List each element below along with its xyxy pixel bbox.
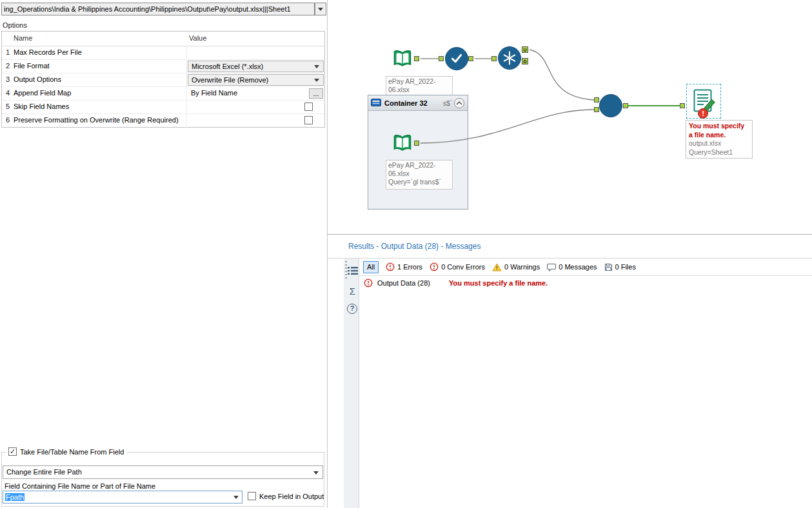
field-name-value: Fpath — [5, 493, 25, 501]
append-field-map-value: By Field Name — [191, 89, 237, 97]
summary-view-button[interactable]: Σ — [347, 286, 358, 297]
take-file-name-label: Take File/Table Name From Field — [20, 448, 124, 456]
output-path-dropdown-button[interactable] — [315, 3, 326, 15]
output-anchor[interactable] — [414, 141, 419, 146]
error-circle-icon — [364, 278, 373, 288]
connection-wire[interactable] — [530, 50, 594, 100]
connection-wire[interactable] — [421, 110, 594, 143]
take-file-name-legend: ✓ Take File/Table Name From Field — [6, 447, 126, 456]
file-format-value: Microsoft Excel (*.xlsx) — [192, 63, 263, 70]
annotation-line: Query=Sheet1 — [689, 148, 749, 157]
file-path-mode-dropdown[interactable]: Change Entire File Path — [3, 465, 323, 479]
row-value-cell — [186, 114, 324, 128]
speech-bubble-icon — [547, 263, 556, 271]
results-main: All 1 Errors 0 Conv Errors 0 Warnings — [359, 259, 812, 508]
tool-annotation-input2: ePay AR_2022- 06.xlsx Query=`gl trans$` — [386, 160, 453, 190]
alteryx-designer-window: ing_Operations\India & Philippines Accou… — [0, 0, 812, 508]
error-line: You must specify — [689, 122, 749, 131]
input-anchor[interactable] — [594, 107, 599, 112]
table-row: 2 File Format Microsoft Excel (*.xlsx) — [2, 60, 324, 73]
filter-conv-errors-button[interactable]: 0 Conv Errors — [430, 262, 485, 271]
chevron-down-icon — [314, 79, 319, 82]
help-button[interactable]: ? — [347, 304, 357, 314]
input-anchor[interactable] — [594, 97, 599, 103]
annotation-line: 06.xlsx — [388, 170, 450, 178]
row-number: 1 — [6, 48, 10, 56]
results-filter-toolbar: All 1 Errors 0 Conv Errors 0 Warnings — [359, 259, 812, 276]
unique-tool[interactable] — [498, 46, 521, 70]
error-line: a file name. — [689, 131, 749, 140]
field-name-dropdown[interactable]: Fpath — [3, 491, 243, 503]
output-path-combo[interactable]: ing_Operations\India & Philippines Accou… — [1, 3, 315, 15]
output-options-value: Overwrite File (Remove) — [192, 76, 268, 84]
table-row: 5 Skip Field Names — [2, 101, 324, 114]
snowflake-icon — [499, 46, 520, 70]
column-header-name: Name — [14, 34, 32, 42]
max-records-input[interactable] — [186, 46, 324, 59]
output-anchor[interactable] — [414, 56, 419, 61]
input-data-tool-1[interactable] — [391, 48, 413, 70]
row-value-cell: Microsoft Excel (*.xlsx) — [186, 60, 324, 73]
workflow-canvas[interactable]: ePay AR_2022- 06.xlsx Container 32 s$` — [328, 0, 812, 234]
results-title: Results - Output Data (28) - Messages — [348, 242, 480, 251]
file-format-dropdown[interactable]: Microsoft Excel (*.xlsx) — [188, 61, 324, 72]
filter-messages-button[interactable]: 0 Messages — [547, 263, 597, 271]
output-anchor[interactable] — [468, 56, 473, 61]
results-view-strip: Σ ? — [344, 259, 359, 508]
chevron-down-icon — [313, 471, 319, 474]
row-name: File Format — [14, 62, 50, 70]
union-tool[interactable] — [599, 94, 622, 117]
keep-field-row: Keep Field in Output — [248, 492, 324, 500]
table-row: 1 Max Records Per File — [2, 46, 324, 60]
row-value-cell — [186, 101, 324, 113]
keep-field-checkbox[interactable] — [248, 492, 256, 500]
table-row: 6 Preserve Formatting on Overwrite (Rang… — [2, 114, 324, 128]
output-anchor[interactable] — [623, 103, 628, 108]
row-name: Preserve Formatting on Overwrite (Range … — [14, 116, 179, 124]
unique-output-anchor-d[interactable]: D — [522, 58, 528, 64]
row-value-cell: By Field Name ... — [186, 87, 324, 100]
input-data-book-icon — [391, 48, 413, 70]
input-anchor[interactable] — [439, 56, 444, 61]
input-data-tool-2[interactable] — [391, 132, 413, 154]
unique-output-anchor-u[interactable]: U — [522, 46, 528, 53]
checkmark-icon — [446, 47, 468, 70]
input-anchor[interactable] — [491, 56, 497, 61]
chevron-down-icon — [314, 65, 319, 68]
skip-field-names-checkbox[interactable] — [304, 103, 313, 111]
output-options-dropdown[interactable]: Overwrite File (Remove) — [188, 74, 324, 86]
row-name: Output Options — [14, 75, 61, 83]
filter-files-button[interactable]: 0 Files — [604, 263, 636, 271]
select-tool[interactable] — [445, 47, 468, 70]
options-table: Name Value 1 Max Records Per File 2 File… — [1, 31, 325, 128]
list-view-icon — [348, 266, 358, 275]
warning-triangle-icon — [492, 263, 502, 271]
row-number: 5 — [6, 103, 10, 110]
filter-label: 0 Conv Errors — [441, 263, 485, 271]
message-source: Output Data (28) — [377, 279, 441, 287]
filter-warnings-button[interactable]: 0 Warnings — [492, 263, 540, 271]
append-field-map-ellipsis-button[interactable]: ... — [309, 88, 323, 99]
row-number: 2 — [6, 62, 10, 70]
preserve-formatting-checkbox[interactable] — [304, 116, 313, 124]
filter-errors-button[interactable]: 1 Errors — [386, 262, 422, 271]
annotation-line: Query=`gl trans$` — [388, 178, 450, 186]
input-anchor[interactable] — [680, 103, 685, 108]
messages-view-button[interactable] — [347, 266, 358, 277]
error-circle-icon — [386, 262, 395, 271]
input-data-book-icon — [391, 132, 413, 154]
connection-wires — [328, 0, 812, 234]
error-message-row[interactable]: Output Data (28) You must specify a file… — [359, 276, 812, 290]
error-annotation: You must specify a file name. output.xls… — [686, 120, 753, 159]
error-circle-icon — [430, 262, 439, 271]
chevron-down-icon — [318, 8, 323, 11]
take-file-name-groupbox: ✓ Take File/Table Name From Field Change… — [1, 452, 324, 507]
save-file-icon — [604, 263, 613, 271]
row-name: Append Field Map — [14, 89, 71, 97]
filter-label: 1 Errors — [397, 263, 422, 271]
row-value-cell: Overwrite File (Remove) — [186, 73, 324, 86]
keep-field-label: Keep Field in Output — [259, 493, 324, 500]
filter-all-button[interactable]: All — [363, 261, 379, 273]
row-number: 6 — [6, 116, 10, 124]
take-file-name-checkbox[interactable]: ✓ — [8, 447, 17, 456]
